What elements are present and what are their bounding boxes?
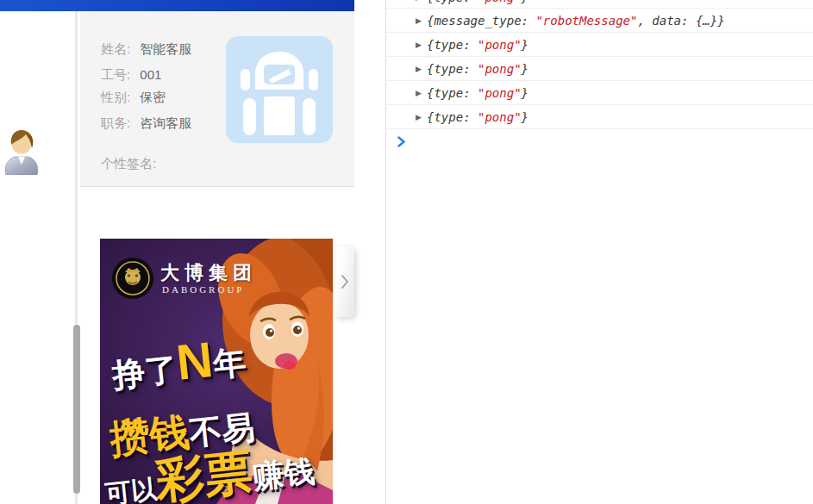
object-preview-string: "pong" (478, 62, 522, 76)
profile-field-gender: 性别: 保密 (101, 90, 166, 104)
object-preview-string: "pong" (478, 38, 522, 52)
slogan-highlight: 彩票 (153, 444, 255, 504)
object-preview-string: "pong" (478, 86, 522, 100)
field-value: 保密 (140, 90, 166, 104)
left-scrollbar-thumb[interactable] (73, 325, 80, 494)
field-value: 智能客服 (140, 41, 191, 56)
expand-triangle-icon[interactable]: ▶ (416, 16, 427, 25)
console-log-row[interactable]: ▶ {type: "pong"} (386, 81, 813, 105)
robot-avatar (226, 36, 333, 143)
console-log-row[interactable]: ▶ {message_type: "robotMessage", data: {… (386, 9, 813, 33)
slogan-text: 可以 (104, 475, 159, 504)
object-preview-string: "pong" (478, 0, 522, 4)
object-preview-text: } (522, 38, 528, 52)
expand-triangle-icon[interactable]: ▶ (416, 65, 427, 73)
field-label: 姓名: (101, 41, 130, 56)
object-preview-text: {message_type: (427, 14, 535, 28)
field-label: 性别: (101, 90, 130, 104)
profile-panel: 姓名: 智能客服 工号: 001 性别: 保密 职务: 咨询客服 个性签名: (80, 11, 354, 504)
robot-icon (226, 36, 333, 143)
object-preview-text: {type: (427, 38, 478, 52)
object-preview-text: } (522, 0, 528, 4)
object-preview-text: } (522, 86, 528, 100)
carousel-next-button[interactable] (335, 246, 354, 317)
object-preview-text: } (522, 110, 528, 124)
object-preview-text: {type: (427, 0, 478, 4)
expand-triangle-icon[interactable]: ▶ (416, 113, 427, 121)
object-preview-text: , data: {…}} (637, 14, 724, 28)
top-blue-bar (0, 0, 354, 11)
slogan-text: 挣了 (110, 351, 179, 394)
field-value: 咨询客服 (140, 115, 191, 130)
chevron-right-icon (341, 274, 349, 289)
field-label: 职务: (101, 115, 130, 130)
console-log-row[interactable]: ▶ {type: "pong"} (386, 0, 813, 9)
console-prompt-icon (397, 136, 406, 147)
object-preview-string: "pong" (478, 110, 522, 124)
profile-field-id: 工号: 001 (101, 68, 161, 82)
object-preview-text: } (522, 62, 528, 76)
object-preview-text: {type: (427, 86, 478, 100)
signature-label: 个性签名: (101, 156, 156, 172)
expand-triangle-icon[interactable]: ▶ (416, 89, 427, 97)
profile-card: 姓名: 智能客服 工号: 001 性别: 保密 职务: 咨询客服 个性签名: (80, 11, 354, 187)
slogan-highlight: N (173, 331, 215, 390)
profile-field-role: 职务: 咨询客服 (101, 116, 191, 130)
devtools-console[interactable]: ▶ {type: "pong"} ▶ {message_type: "robot… (385, 0, 813, 504)
app-screen: 姓名: 智能客服 工号: 001 性别: 保密 职务: 咨询客服 个性签名: (0, 0, 813, 504)
slogan-text: 年 (211, 344, 247, 383)
console-log-row[interactable]: ▶ {type: "pong"} (386, 33, 813, 57)
user-avatar-icon[interactable] (2, 127, 41, 175)
expand-triangle-icon[interactable]: ▶ (416, 40, 427, 49)
expand-triangle-icon[interactable]: ▶ (416, 0, 427, 2)
console-log-row[interactable]: ▶ {type: "pong"} (386, 57, 813, 81)
slogan-text: 赚钱 (251, 453, 316, 495)
field-label: 工号: (101, 67, 130, 82)
object-preview-text: {type: (427, 62, 478, 76)
console-log-row[interactable]: ▶ {type: "pong"} (386, 105, 813, 129)
ad-logo-subtitle: DABOGROUP (162, 284, 244, 295)
ad-logo-title: 大博集团 (160, 260, 257, 286)
console-input[interactable] (386, 129, 813, 153)
ad-banner[interactable]: 大博集团 DABOGROUP 挣了N年 攒钱不易 可以彩票赚钱 (100, 239, 333, 504)
object-preview-string: "robotMessage" (535, 14, 637, 28)
profile-field-name: 姓名: 智能客服 (101, 42, 191, 56)
field-value: 001 (140, 67, 161, 82)
ad-logo-icon (111, 257, 154, 300)
object-preview-text: {type: (427, 110, 478, 124)
